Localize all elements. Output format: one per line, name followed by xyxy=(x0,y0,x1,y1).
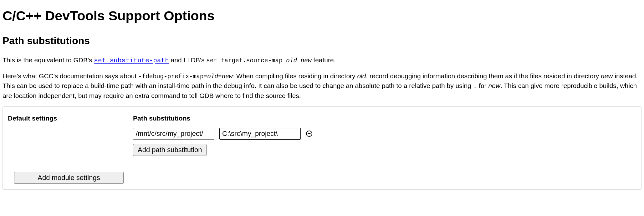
section-heading-path-substitutions: Path substitutions xyxy=(3,34,641,48)
remove-row-icon[interactable] xyxy=(306,130,313,137)
text: This is the equivalent to GDB's xyxy=(3,56,94,64)
code-fdebug-flag: -fdebug-prefix-map=old=new xyxy=(138,73,233,80)
text-old: old xyxy=(357,72,366,80)
text: : When compiling files residing in direc… xyxy=(233,72,357,80)
divider xyxy=(8,164,636,164)
add-module-settings-button[interactable]: Add module settings xyxy=(14,172,124,184)
text-new: new xyxy=(488,82,500,89)
path-substitutions-label: Path substitutions xyxy=(133,114,636,123)
default-settings-label: Default settings xyxy=(8,114,133,156)
text: feature. xyxy=(311,56,335,64)
text: Here's what GCC's documentation says abo… xyxy=(3,72,138,80)
path-to-input[interactable] xyxy=(219,128,301,140)
text: for xyxy=(477,82,488,89)
path-from-input[interactable] xyxy=(133,128,214,140)
set-substitute-path-link[interactable]: set substitute-path xyxy=(94,57,169,64)
settings-panel: Default settings Path substitutions Add … xyxy=(3,106,641,189)
text-dot: . xyxy=(473,83,477,90)
description-paragraph-2: Here's what GCC's documentation says abo… xyxy=(3,71,641,100)
text: and LLDB's xyxy=(169,56,207,64)
text: , record debugging information describin… xyxy=(366,72,601,80)
add-path-substitution-button[interactable]: Add path substitution xyxy=(133,144,207,156)
path-substitution-row xyxy=(133,128,636,140)
page-title: C/C++ DevTools Support Options xyxy=(3,6,641,25)
description-paragraph-1: This is the equivalent to GDB's set subs… xyxy=(3,55,641,65)
text-new: new xyxy=(601,72,613,80)
code-lldb-command: set target.source-map old new xyxy=(206,57,311,64)
